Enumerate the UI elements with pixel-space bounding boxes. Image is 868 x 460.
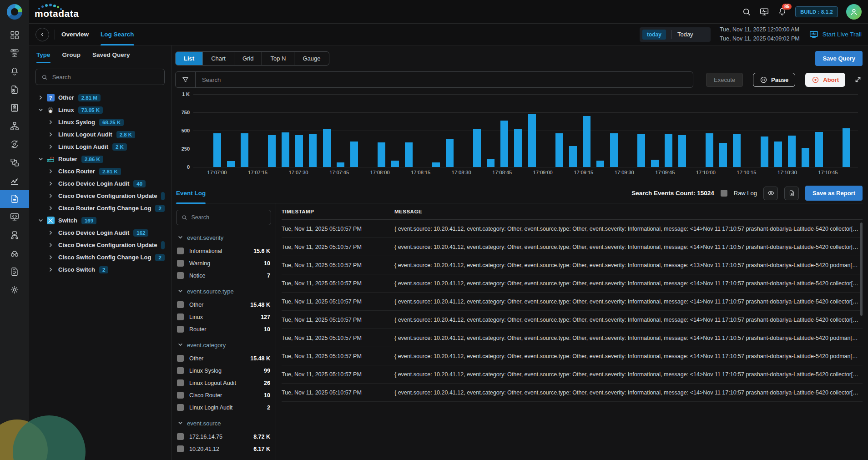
table-row[interactable]: Tue, Nov 11, 2025 05:10:57 PM{ event.sou… (282, 311, 863, 329)
tree-item-linux-logout-audit[interactable]: Linux Logout Audit2.8 K (29, 128, 171, 141)
bar[interactable] (391, 161, 399, 167)
facet-item-172-16-14-75[interactable]: 172.16.14.758.72 K (175, 430, 276, 443)
sidebar-item-topology[interactable] (0, 117, 29, 135)
tab-group[interactable]: Group (62, 45, 81, 63)
chevron-right-icon[interactable] (37, 95, 44, 100)
bar[interactable] (405, 142, 413, 167)
sidebar-item-dashboard[interactable] (0, 26, 29, 44)
facet-checkbox[interactable] (177, 392, 184, 399)
table-row[interactable]: Tue, Nov 11, 2025 05:10:57 PM{ event.sou… (282, 274, 863, 293)
chevron-right-icon[interactable] (47, 144, 54, 149)
facet-item-linux-syslog[interactable]: Linux Syslog99 (175, 364, 276, 377)
bar[interactable] (733, 134, 741, 167)
table-row[interactable]: Tue, Nov 11, 2025 05:10:57 PM{ event.sou… (282, 256, 863, 274)
chevron-down-icon[interactable] (37, 107, 44, 112)
bar[interactable] (651, 160, 659, 167)
facet-item-other[interactable]: Other15.48 K (175, 298, 276, 311)
fullscreen-icon[interactable] (853, 75, 863, 84)
chevron-right-icon[interactable] (47, 206, 54, 211)
bar[interactable] (665, 134, 672, 167)
table-row[interactable]: Tue, Nov 11, 2025 05:10:57 PM{ event.sou… (282, 365, 863, 384)
bar[interactable] (802, 148, 809, 167)
bar[interactable] (761, 136, 768, 167)
bar[interactable] (350, 142, 358, 167)
scrollbar-thumb[interactable] (860, 222, 863, 316)
chevron-right-icon[interactable] (47, 267, 54, 272)
table-row[interactable]: Tue, Nov 11, 2025 05:10:57 PM{ event.sou… (282, 384, 863, 402)
chevron-right-icon[interactable] (47, 230, 54, 235)
facet-item-informational[interactable]: Informational15.6 K (175, 245, 276, 257)
tree-item-cisco-router-config-change-log[interactable]: Cisco Router Config Change Log2 (29, 202, 171, 214)
tab-saved-query[interactable]: Saved Query (92, 45, 130, 63)
facet-checkbox[interactable] (177, 272, 184, 279)
facet-item-linux-logout-audit[interactable]: Linux Logout Audit26 (175, 377, 276, 389)
bar[interactable] (610, 133, 618, 167)
filter-icon[interactable] (176, 72, 196, 87)
execute-button[interactable]: Execute (706, 73, 743, 87)
facet-item-linux[interactable]: Linux127 (175, 311, 276, 323)
view-tab-gauge[interactable]: Gauge (294, 52, 328, 65)
facet-item-notice[interactable]: Notice7 (175, 269, 276, 282)
bar[interactable] (282, 132, 289, 167)
bar[interactable] (843, 128, 850, 167)
abort-button[interactable]: Abort (805, 73, 845, 87)
bar[interactable] (378, 142, 385, 167)
facet-checkbox[interactable] (177, 248, 184, 254)
chevron-right-icon[interactable] (47, 243, 54, 248)
bar[interactable] (788, 136, 796, 167)
chevron-right-icon[interactable] (47, 181, 54, 186)
sidebar-item-metric-explorer[interactable] (0, 172, 29, 190)
tree-item-cisco-device-configuration-update[interactable]: Cisco Device Configuration Update (29, 239, 171, 251)
facet-checkbox[interactable] (177, 404, 184, 411)
tree-item-linux-syslog[interactable]: Linux Syslog68.25 K (29, 116, 171, 128)
tree-item-cisco-switch-config-change-log[interactable]: Cisco Switch Config Change Log2 (29, 251, 171, 263)
tab-overview[interactable]: Overview (61, 24, 89, 45)
back-button[interactable] (35, 28, 49, 41)
tab-log-search[interactable]: Log Search (101, 24, 134, 45)
chevron-down-icon[interactable] (37, 157, 44, 162)
bar[interactable] (583, 116, 590, 167)
bar[interactable] (268, 135, 276, 167)
sidebar-item-discovery[interactable] (0, 244, 29, 263)
export-file-icon[interactable] (784, 187, 799, 200)
save-as-report-button[interactable]: Save as Report (805, 186, 863, 201)
bar[interactable] (719, 143, 727, 167)
facet-header-event-source-type[interactable]: event.source.type (175, 282, 276, 298)
save-query-button[interactable]: Save Query (815, 51, 863, 66)
notifications-icon[interactable]: 85 (777, 7, 787, 16)
sidebar-item-settings[interactable] (0, 281, 29, 299)
bar[interactable] (323, 129, 331, 167)
bar[interactable] (295, 135, 303, 167)
facet-checkbox[interactable] (177, 326, 184, 333)
facet-item-router[interactable]: Router10 (175, 323, 276, 335)
tab-event-log[interactable]: Event Log (176, 183, 206, 203)
facet-item-cisco-router[interactable]: Cisco Router10 (175, 389, 276, 401)
preview-eye-icon[interactable] (763, 187, 778, 200)
raw-log-checkbox[interactable] (721, 190, 727, 197)
facet-checkbox[interactable] (177, 260, 184, 267)
facet-header-event-severity[interactable]: event.severity (175, 228, 276, 245)
facet-header-event-category[interactable]: event.category (175, 335, 276, 352)
chevron-right-icon[interactable] (47, 120, 54, 125)
sidebar-item-compliance[interactable] (0, 263, 29, 281)
tree-item-cisco-switch[interactable]: Cisco Switch2 (29, 263, 171, 276)
chevron-right-icon[interactable] (47, 193, 54, 198)
bar[interactable] (678, 135, 686, 167)
facet-item-warning[interactable]: Warning10 (175, 257, 276, 269)
bar[interactable] (706, 133, 713, 167)
chevron-right-icon[interactable] (47, 169, 54, 174)
bar[interactable] (555, 133, 563, 167)
brand-logo-icon[interactable] (7, 4, 22, 20)
view-tab-top-n[interactable]: Top N (262, 52, 294, 65)
sidebar-item-scheduled-reports[interactable] (0, 81, 29, 99)
view-tab-chart[interactable]: Chart (203, 52, 234, 65)
bar[interactable] (596, 161, 604, 167)
facet-checkbox[interactable] (177, 313, 184, 320)
tree-item-linux-login-audit[interactable]: Linux Login Audit2 K (29, 141, 171, 153)
sidebar-item-reports[interactable] (0, 99, 29, 117)
facet-item-10-20-41-12[interactable]: 10.20.41.126.17 K (175, 443, 276, 455)
query-search-input[interactable] (196, 72, 693, 87)
bar[interactable] (446, 139, 454, 167)
facet-checkbox[interactable] (177, 379, 184, 386)
chevron-right-icon[interactable] (47, 255, 54, 260)
